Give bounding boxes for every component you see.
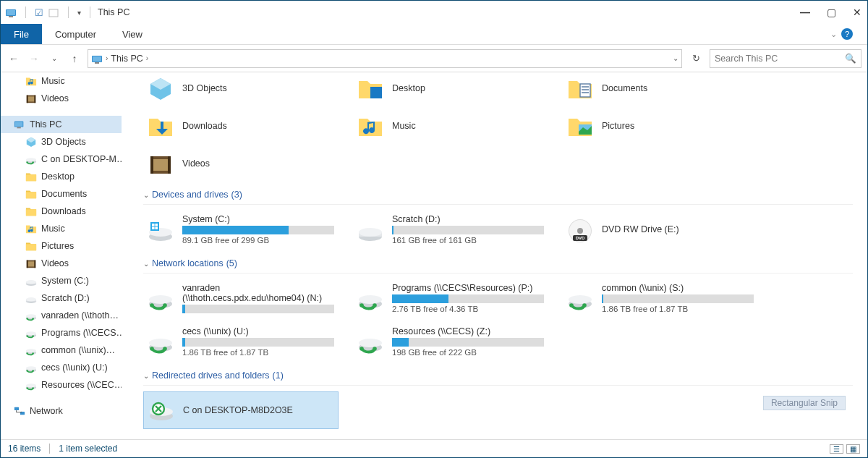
refresh-button[interactable]: ↻ [688,53,704,64]
nav-item-label: System (C:) [41,276,89,286]
content-pane[interactable]: 3D Objects Desktop Documents Downloads M… [122,72,867,439]
nav-item-label: This PC [30,119,61,130]
close-button[interactable]: ✕ [851,7,863,18]
drive-icon [357,216,383,242]
nav-item[interactable]: vanraden (\\thoth… [1,307,122,324]
nav-item-label: Downloads [41,206,86,216]
qat-customize-icon[interactable]: ▾ [77,9,81,17]
drive-usage-bar [182,338,334,347]
search-icon: 🔍 [845,53,856,64]
tab-computer[interactable]: Computer [42,24,109,44]
nav-item-label: cecs (\\unix) (U:) [41,362,108,373]
nav-item[interactable]: C on DESKTOP-M… [1,150,122,168]
network-icon [14,405,25,417]
drive-item[interactable]: Scratch (D:) 161 GB free of 161 GB [353,211,548,248]
details-view-button[interactable]: ☰ [830,444,843,454]
folder-item[interactable]: Desktop [353,72,548,104]
folder-item[interactable]: Videos [143,148,339,179]
drive-label: cecs (\\unix) (U:) [182,326,334,336]
nav-item[interactable]: Music [1,72,122,90]
nav-item[interactable]: This PC [1,116,122,133]
qat-newfolder-icon[interactable] [48,7,59,18]
section-header[interactable]: ⌄ Devices and drives (3) [143,179,853,205]
minimize-button[interactable]: — [799,7,811,18]
folder-item[interactable]: Pictures [563,110,758,142]
recent-locations-button[interactable]: ⌄ [47,51,61,66]
drive-item[interactable]: Resources (\\CECS) (Z:) 198 GB free of 2… [353,323,548,360]
nav-item[interactable]: Downloads [1,203,122,220]
pc-icon [14,119,25,130]
nav-item-label: Music [41,76,65,86]
help-button[interactable]: ? [841,28,853,40]
nav-item[interactable]: 3D Objects [1,133,122,150]
videos-icon [148,150,174,177]
tab-view[interactable]: View [109,24,156,44]
folder-label: Downloads [182,121,227,131]
breadcrumb[interactable]: › This PC › ⌄ [88,49,682,68]
nav-item[interactable]: cecs (\\unix) (U:) [1,359,122,376]
nav-item-label: vanraden (\\thoth… [41,310,119,321]
forward-button[interactable]: → [27,51,41,66]
status-bar: 16 items 1 item selected ☰ ▦ [1,439,867,457]
drive-item[interactable]: C on DESKTOP-M8D2O3E [143,391,339,429]
back-button[interactable]: ← [7,51,21,66]
netdrive-icon [357,285,383,311]
nav-item[interactable]: Resources (\\CEC… [1,376,122,394]
section-header[interactable]: ⌄ Network locations (5) [143,248,853,273]
folder-item[interactable]: 3D Objects [143,72,339,104]
nav-item[interactable]: Videos [1,90,122,107]
nav-item[interactable]: Network [1,402,122,420]
chevron-down-icon[interactable]: ⌄ [143,260,149,268]
navigation-pane[interactable]: Music Videos This PC 3D Objects C on DES… [1,72,122,439]
docs-icon [567,75,593,101]
drive-item[interactable]: DVD RW Drive (E:) [563,211,758,248]
music-icon [25,75,37,87]
folder-icon [25,240,37,252]
nav-item-label: Resources (\\CEC… [41,380,122,390]
sysdrive-icon [148,216,174,242]
folder-item[interactable]: Music [353,110,548,142]
drive-item[interactable]: common (\\unix) (S:) 1.86 TB free of 1.8… [563,279,758,317]
drive-item[interactable]: System (C:) 89.1 GB free of 299 GB [143,211,339,248]
nav-item[interactable]: Scratch (D:) [1,289,122,307]
nav-item[interactable]: Pictures [1,237,122,255]
folder-item[interactable]: Downloads [143,110,339,142]
nav-item[interactable]: System (C:) [1,272,122,289]
drive-item[interactable]: Programs (\\CECS\Resources) (P:) 2.76 TB… [353,279,548,317]
drive-icon [25,275,37,287]
nav-item[interactable]: Music [1,220,122,237]
chevron-down-icon[interactable]: ⌄ [143,372,149,380]
drive-usage-bar [392,294,544,303]
chevron-right-icon[interactable]: › [106,54,108,62]
pictures-icon [567,113,593,139]
netdrive-icon [25,379,37,391]
chevron-right-icon[interactable]: › [146,54,148,62]
icons-view-button[interactable]: ▦ [846,444,860,454]
pc-icon [91,53,103,64]
drive-usage-bar [602,294,754,303]
chevron-down-icon[interactable]: ⌄ [673,54,678,62]
qat-properties-icon[interactable]: ☑ [35,7,43,18]
up-button[interactable]: ↑ [67,51,82,66]
nav-item[interactable]: Documents [1,185,122,203]
section-header[interactable]: ⌄ Redirected drives and folders (1) [143,360,853,386]
folder-label: 3D Objects [182,83,227,93]
maximize-button[interactable]: ▢ [825,7,837,18]
breadcrumb-root[interactable]: This PC [111,54,142,64]
chevron-down-icon[interactable]: ⌄ [143,191,149,199]
drive-item[interactable]: cecs (\\unix) (U:) 1.86 TB free of 1.87 … [143,323,339,360]
ribbon-collapse-icon[interactable]: ⌄ [830,30,837,39]
file-tab[interactable]: File [1,24,42,44]
ribbon: File Computer View ⌄ ? [1,24,867,45]
nav-item[interactable]: Videos [1,255,122,272]
nav-item[interactable]: Desktop [1,168,122,185]
nav-item-label: Pictures [41,241,74,251]
dvd-icon [567,216,593,242]
folder-item[interactable]: Documents [563,72,758,104]
drive-label: vanraden (\\thoth.cecs.pdx.edu\home04) (… [182,283,334,303]
folder-label: Pictures [602,121,634,131]
nav-item[interactable]: common (\\unix)… [1,342,122,359]
nav-item[interactable]: Programs (\\CECS… [1,324,122,342]
drive-item[interactable]: vanraden (\\thoth.cecs.pdx.edu\home04) (… [143,279,339,317]
search-input[interactable]: Search This PC 🔍 [710,49,861,68]
